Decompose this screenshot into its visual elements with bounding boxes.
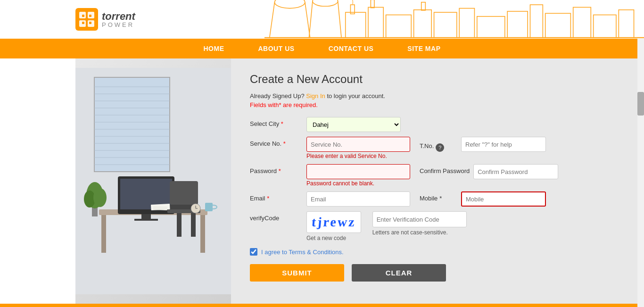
svg-line-13 — [338, 1, 342, 38]
svg-rect-16 — [386, 15, 412, 38]
svg-rect-20 — [421, 2, 426, 10]
password-error: Password cannot be blank. — [306, 180, 410, 187]
svg-rect-24 — [507, 11, 528, 38]
verify-label: verifyCode — [250, 211, 306, 222]
terms-row: I agree to Terms & Conditions. — [250, 248, 625, 256]
svg-rect-15 — [368, 7, 383, 37]
header-skyline — [189, 0, 644, 39]
svg-rect-23 — [477, 17, 505, 38]
nav-about[interactable]: ABOUT US — [241, 39, 312, 58]
form-panel: Create a New Account Already Signed Up? … — [231, 58, 644, 304]
password-label: Password * — [250, 164, 306, 174]
svg-rect-21 — [434, 12, 457, 38]
nav-home[interactable]: HOME — [187, 39, 241, 58]
svg-rect-7 — [89, 22, 91, 24]
form-subtitle: Already Signed Up? Sign In to login your… — [250, 92, 625, 100]
tno-control — [461, 137, 546, 152]
brand-name-power: POWER — [102, 22, 135, 28]
svg-point-61 — [93, 188, 107, 207]
tno-label-group: T.No. ? — [420, 137, 457, 152]
svg-rect-22 — [459, 8, 474, 38]
svg-point-11 — [313, 0, 338, 6]
city-select[interactable]: Dahej Surat Ahmedabad Gandhinagar — [306, 117, 401, 132]
svg-rect-53 — [170, 181, 198, 205]
mobile-label: Mobile * — [420, 191, 457, 202]
svg-rect-6 — [82, 22, 84, 24]
svg-rect-19 — [371, 0, 374, 8]
left-panel — [75, 58, 231, 304]
confirm-input[interactable] — [473, 164, 558, 179]
confirm-label: Confirm Password — [420, 164, 470, 174]
brand-name-torrent: torrent — [102, 11, 135, 22]
svg-rect-56 — [177, 213, 182, 237]
captcha-image: tjrewz — [306, 211, 361, 233]
svg-rect-5 — [89, 15, 91, 17]
svg-rect-27 — [573, 7, 591, 37]
svg-rect-28 — [594, 15, 616, 38]
verify-input[interactable] — [372, 211, 467, 227]
captcha-area: tjrewz Get a new code — [306, 211, 366, 241]
service-tno-row: Service No. * Please enter a valid Servi… — [250, 137, 625, 159]
navbar: HOME ABOUT US CONTACT US SITE MAP — [0, 39, 644, 58]
terms-label[interactable]: I agree to Terms & Conditions. — [261, 249, 344, 256]
svg-rect-29 — [619, 10, 634, 38]
mobile-input[interactable] — [461, 191, 546, 207]
logo-area: torrent POWER — [75, 8, 135, 31]
logo-icon — [75, 8, 98, 31]
svg-rect-52 — [134, 219, 158, 221]
email-mobile-row: Email * Mobile * — [250, 191, 625, 207]
terms-checkbox[interactable] — [250, 248, 257, 256]
password-control: Password cannot be blank. — [306, 164, 410, 187]
svg-rect-14 — [346, 12, 366, 38]
sign-in-link[interactable]: Sign In — [306, 92, 325, 100]
svg-line-12 — [309, 1, 313, 38]
verify-row: verifyCode tjrewz Get a new code Letters… — [250, 211, 625, 241]
city-row: Select City * Dahej Surat Ahmedabad Gand… — [250, 117, 625, 132]
service-error: Please enter a valid Service No. — [306, 153, 410, 159]
logo-text: torrent POWER — [102, 11, 135, 28]
help-icon[interactable]: ? — [436, 143, 444, 152]
password-row: Password * Password cannot be blank. Con… — [250, 164, 625, 187]
service-input[interactable] — [306, 137, 410, 152]
svg-rect-57 — [191, 213, 196, 237]
service-control: Please enter a valid Service No. — [306, 137, 410, 159]
clear-button[interactable]: CLEAR — [352, 264, 446, 282]
svg-rect-48 — [200, 215, 205, 253]
verify-input-area: Letters are not case-sensitive. — [372, 211, 467, 236]
nav-contact[interactable]: CONTACT US — [312, 39, 391, 58]
svg-line-9 — [270, 2, 275, 38]
main-content: Create a New Account Already Signed Up? … — [0, 58, 644, 304]
svg-rect-26 — [545, 13, 571, 38]
submit-button[interactable]: SUBMIT — [250, 264, 344, 282]
get-new-code[interactable]: Get a new code — [306, 235, 346, 241]
captcha-text: tjrewz — [311, 215, 356, 230]
email-control — [306, 191, 410, 207]
case-note: Letters are not case-sensitive. — [372, 229, 467, 236]
required-note: Fields with* are required. — [250, 101, 625, 108]
city-control: Dahej Surat Ahmedabad Gandhinagar — [306, 117, 401, 132]
nav-sitemap[interactable]: SITE MAP — [390, 39, 457, 58]
email-input[interactable] — [306, 191, 410, 207]
confirm-control — [473, 164, 558, 179]
mobile-control — [461, 191, 546, 207]
service-label: Service No. * — [250, 137, 306, 147]
header: torrent POWER — [0, 0, 644, 39]
svg-point-8 — [274, 0, 305, 8]
city-label: Select City * — [250, 117, 306, 127]
password-input[interactable] — [306, 164, 410, 179]
svg-rect-25 — [530, 5, 543, 38]
svg-rect-67 — [153, 206, 167, 210]
svg-rect-17 — [414, 10, 432, 38]
office-image — [75, 58, 231, 304]
email-label: Email * — [250, 191, 306, 202]
svg-rect-47 — [101, 215, 106, 253]
tno-input[interactable] — [461, 137, 546, 152]
buttons-row: SUBMIT CLEAR — [250, 264, 625, 282]
footer-bar — [0, 304, 644, 307]
form-title: Create a New Account — [250, 73, 625, 86]
svg-rect-65 — [205, 203, 213, 211]
svg-rect-4 — [82, 15, 84, 17]
